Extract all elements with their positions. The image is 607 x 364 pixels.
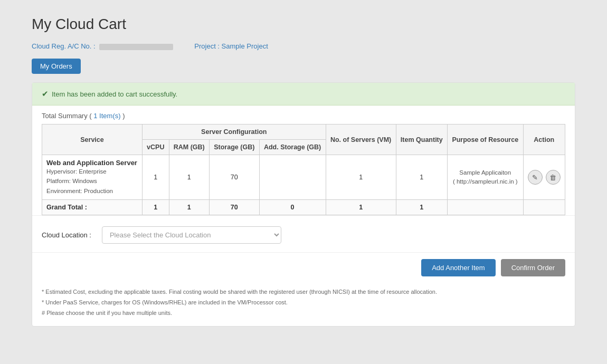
meta-row: Cloud Reg. A/C No. : Project : Sample Pr… xyxy=(32,42,575,50)
table-row: Web and Application Server Hypervisor: E… xyxy=(42,155,565,200)
summary-header: Total Summary ( 1 Item(s) ) xyxy=(32,106,575,124)
my-orders-button[interactable]: My Orders xyxy=(32,59,81,74)
success-banner: ✔ Item has been added to cart successful… xyxy=(32,83,575,106)
th-service: Service xyxy=(42,124,143,155)
storage-value: 70 xyxy=(209,155,259,200)
project-label: Project : Sample Project xyxy=(194,42,268,50)
cloud-location-label: Cloud Location : xyxy=(42,231,91,239)
footnote-3: # Please choose the unit if you have mul… xyxy=(42,308,565,319)
summary-count-link[interactable]: 1 Item(s) xyxy=(93,112,120,120)
platform-detail: Platform: Windows xyxy=(46,178,97,184)
no-of-servers-value: 1 xyxy=(326,155,396,200)
th-storage: Storage (GB) xyxy=(209,140,259,155)
grand-total-label: Grand Total : xyxy=(42,200,143,215)
add-another-item-button[interactable]: Add Another Item xyxy=(421,259,495,276)
cloud-cart-table: Service Server Configuration No. of Serv… xyxy=(42,124,565,215)
th-server-config: Server Configuration xyxy=(142,124,326,140)
delete-icon: 🗑 xyxy=(549,174,556,181)
main-card: ✔ Item has been added to cart successful… xyxy=(32,82,575,327)
grand-total-ram: 1 xyxy=(169,200,209,215)
summary-label: Total Summary xyxy=(42,112,88,120)
grand-total-storage: 70 xyxy=(209,200,259,215)
item-quantity-value: 1 xyxy=(396,155,447,200)
th-add-storage: Add. Storage (GB) xyxy=(259,140,326,155)
service-name: Web and Application Server xyxy=(46,159,138,167)
th-no-of-servers: No. of Servers (VM) xyxy=(326,124,396,155)
table-section: Service Server Configuration No. of Serv… xyxy=(32,124,575,215)
cloud-location-select[interactable]: Please Select the Cloud Location xyxy=(102,226,281,244)
confirm-order-button[interactable]: Confirm Order xyxy=(501,259,565,276)
grand-total-row: Grand Total : 1 1 70 0 1 1 xyxy=(42,200,565,215)
th-ram: RAM (GB) xyxy=(169,140,209,155)
grand-total-servers: 1 xyxy=(326,200,396,215)
purpose-line2: ( http://sampleurl.nic.in ) xyxy=(453,178,518,185)
vcpu-value: 1 xyxy=(142,155,169,200)
action-cell: ✎ 🗑 xyxy=(523,155,565,200)
th-purpose: Purpose of Resource xyxy=(448,124,524,155)
ram-value: 1 xyxy=(169,155,209,200)
success-message: Item has been added to cart successfully… xyxy=(52,90,177,98)
cloud-reg-value xyxy=(99,44,173,50)
environment-detail: Environment: Production xyxy=(46,188,113,194)
check-icon: ✔ xyxy=(42,89,49,99)
grand-total-vcpu: 1 xyxy=(142,200,169,215)
service-detail: Hypervisor: Enterprise Platform: Windows… xyxy=(46,167,138,196)
cloud-location-section: Cloud Location : Please Select the Cloud… xyxy=(32,215,575,252)
grand-total-purpose xyxy=(448,200,524,215)
footnote-2: * Under PaaS Service, charges for OS (Wi… xyxy=(42,298,565,308)
purpose-value: Sample Applicaiton ( http://sampleurl.ni… xyxy=(448,155,524,200)
th-vcpu: vCPU xyxy=(142,140,169,155)
purpose-line1: Sample Applicaiton xyxy=(459,169,511,176)
edit-icon: ✎ xyxy=(532,174,538,181)
cloud-reg-label: Cloud Reg. A/C No. : xyxy=(32,42,96,50)
delete-button[interactable]: 🗑 xyxy=(546,170,561,185)
footnote-1: * Estimated Cost, excluding the applicab… xyxy=(42,287,565,298)
page-title: My Cloud Cart xyxy=(32,16,575,33)
edit-button[interactable]: ✎ xyxy=(528,170,543,185)
grand-total-action xyxy=(523,200,565,215)
footnotes: * Estimated Cost, excluding the applicab… xyxy=(32,283,575,325)
th-item-quantity: Item Quantity xyxy=(396,124,447,155)
service-cell: Web and Application Server Hypervisor: E… xyxy=(42,155,143,200)
add-storage-value xyxy=(259,155,326,200)
th-action: Action xyxy=(523,124,565,155)
hypervisor-detail: Hypervisor: Enterprise xyxy=(46,168,107,175)
grand-total-quantity: 1 xyxy=(396,200,447,215)
footer-actions: Add Another Item Confirm Order xyxy=(32,252,575,283)
grand-total-add-storage: 0 xyxy=(259,200,326,215)
